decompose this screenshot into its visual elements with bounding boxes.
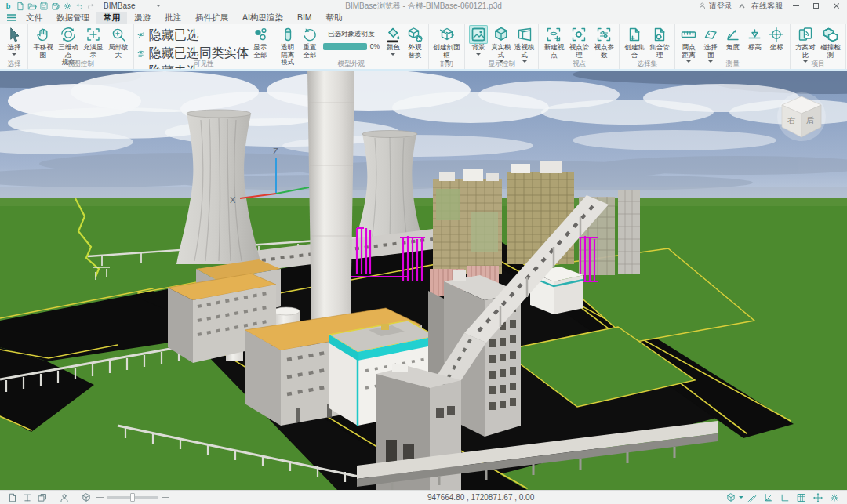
- move-icon[interactable]: [812, 491, 823, 503]
- ribbon-group-4: 创建剖面框剖切: [429, 24, 465, 69]
- ribbon-group-2: 隐藏已选隐藏已选同类实体隐藏未选显示全部可见性: [134, 24, 274, 69]
- package-icon[interactable]: [80, 491, 92, 503]
- realistic-cube-icon: [492, 25, 511, 44]
- menu-tab-3[interactable]: 常用: [96, 12, 127, 24]
- transparency-slider[interactable]: [323, 43, 367, 50]
- chevron-down-icon: [156, 5, 161, 9]
- button-label: 视点参数: [593, 44, 615, 59]
- menu-tab-6[interactable]: 插件扩展: [188, 12, 235, 24]
- button-label: 碰撞检测: [820, 44, 842, 59]
- view-cube-face-right: 右: [787, 116, 795, 125]
- save-as-icon[interactable]: [50, 1, 60, 11]
- close-button[interactable]: [829, 0, 844, 12]
- ribbon-group-label: 视点: [539, 60, 619, 69]
- slider-label: 已选对象透明度: [328, 30, 375, 39]
- hamburger-icon[interactable]: [5, 13, 17, 23]
- ribbon-button-elevation-level[interactable]: 标高: [743, 25, 765, 52]
- separator: [75, 493, 75, 502]
- ribbon-button-reset-arrow[interactable]: 重置全部: [299, 25, 321, 59]
- ribbon-button-angle-protractor[interactable]: 角度: [722, 25, 743, 52]
- menu-tab-8[interactable]: BIM: [290, 12, 319, 24]
- close-icon: [833, 2, 840, 9]
- corner-axis-icon[interactable]: [779, 491, 791, 503]
- redo-arrow-icon[interactable]: [85, 1, 96, 11]
- button-label: 选择: [8, 44, 21, 52]
- menu-tab-5[interactable]: 批注: [158, 12, 188, 24]
- maximize-button[interactable]: [809, 0, 823, 12]
- axis-x-label: X: [230, 195, 236, 205]
- menu-tab-2[interactable]: 数据管理: [49, 12, 96, 24]
- ribbon-button-pan-hand[interactable]: 平移视图: [31, 25, 56, 59]
- status-left-icons: [5, 491, 93, 503]
- document-icon[interactable]: [6, 491, 18, 503]
- ribbon-button-viewpoint-params[interactable]: 视点参数: [591, 25, 616, 59]
- login-button[interactable]: 请登录: [698, 1, 732, 12]
- open-file-icon[interactable]: [27, 1, 37, 11]
- ribbon-button-viewpoint-new[interactable]: 新建视点: [541, 25, 566, 59]
- axis-z-label: Z: [273, 147, 278, 156]
- ribbon-group-9: 方案对比碰撞检测项目: [791, 24, 846, 69]
- ribbon-button-collision-cubes[interactable]: 碰撞检测: [818, 25, 843, 59]
- ribbon-button-viewpoint-manage[interactable]: 视点管理: [566, 25, 591, 59]
- ribbon-button-show-all-eye[interactable]: 显示全部: [249, 25, 271, 59]
- ribbon-button-cursor-arrow[interactable]: 选择: [3, 25, 25, 58]
- zoom-out-button[interactable]: [96, 494, 104, 501]
- view-cube-face-back: 后: [806, 116, 814, 125]
- windows-icon[interactable]: [36, 491, 48, 503]
- ribbon-button-set-manage[interactable]: 集合管理: [647, 25, 672, 59]
- ribbon-button-paint-color[interactable]: 颜色: [382, 25, 404, 58]
- zoom-slider-handle[interactable]: [130, 493, 135, 502]
- ribbon-button-fit-view[interactable]: 充满显示: [81, 25, 106, 59]
- new-file-icon[interactable]: [15, 1, 25, 11]
- minimize-button[interactable]: [788, 0, 803, 12]
- pan-hand-icon: [34, 25, 53, 44]
- cursor-arrow-icon: [5, 25, 24, 44]
- menu-tab-9[interactable]: 帮助: [319, 12, 350, 24]
- dropdown-caret-icon: [12, 53, 16, 58]
- scene-3d: Z X: [0, 71, 847, 490]
- menu-tabs: 文件数据管理常用漫游批注插件扩展AI构思渲染BIM帮助: [19, 12, 350, 24]
- undo-arrow-icon[interactable]: [74, 1, 84, 11]
- dropdown-caret-icon: [739, 496, 743, 501]
- show-all-eye-icon: [251, 25, 270, 44]
- settings-gear-icon[interactable]: [828, 491, 840, 503]
- chevron-up-icon[interactable]: [738, 3, 746, 9]
- ribbon-group-label: 显示控制: [465, 60, 538, 69]
- zoom-in-button[interactable]: [162, 494, 169, 501]
- model-tree-icon[interactable]: [21, 491, 33, 503]
- ribbon-button-set-create[interactable]: 创建集合: [622, 25, 647, 59]
- button-label: 隐藏已选: [149, 27, 199, 44]
- view-cube[interactable]: 右 后: [777, 92, 826, 141]
- ribbon-group-label: 剖切: [429, 60, 464, 69]
- viewbox-icon[interactable]: [725, 491, 736, 503]
- ribbon-group-label: 选择集: [620, 60, 674, 69]
- viewport-3d[interactable]: Z X: [0, 71, 847, 490]
- title-bar: b BIMBase BIMBase浏览器 - 合模-BIMBase-060121…: [0, 0, 847, 12]
- sketch-icon[interactable]: [746, 491, 758, 503]
- save-file-icon[interactable]: [38, 1, 49, 11]
- measure-axis-icon[interactable]: [762, 491, 774, 503]
- button-label: 集合管理: [649, 44, 671, 59]
- zoom-slider[interactable]: [107, 496, 158, 499]
- ribbon-button-zoom-region[interactable]: 局部放大: [106, 25, 131, 59]
- ribbon-button-background-image[interactable]: 背景: [467, 25, 489, 58]
- bimbase-logo-icon[interactable]: b: [3, 1, 13, 11]
- viewpoint-new-icon: [544, 25, 563, 44]
- grid-icon[interactable]: [795, 491, 807, 503]
- button-label: 方案对比: [794, 44, 816, 59]
- user-icon[interactable]: [58, 491, 70, 503]
- ribbon-button-hide-selected[interactable]: 隐藏已选: [136, 27, 249, 44]
- workspace-label: BIMBase: [104, 2, 136, 10]
- button-label: 显示全部: [251, 44, 270, 59]
- slider-value: 0%: [370, 42, 380, 50]
- menu-tab-4[interactable]: 漫游: [127, 12, 158, 24]
- settings-gear-icon[interactable]: [62, 1, 72, 11]
- ribbon-group-label: 测量: [675, 60, 790, 69]
- online-service-button[interactable]: 在线客服: [751, 1, 783, 12]
- workspace-selector[interactable]: BIMBase: [104, 2, 161, 10]
- menu-tab-1[interactable]: 文件: [19, 12, 49, 24]
- ribbon-button-appearance-cube[interactable]: 外观替换: [404, 25, 426, 59]
- menu-tab-7[interactable]: AI构思渲染: [235, 12, 290, 24]
- ribbon-button-coordinate-target[interactable]: 坐标: [765, 25, 787, 52]
- chimney: [307, 71, 354, 321]
